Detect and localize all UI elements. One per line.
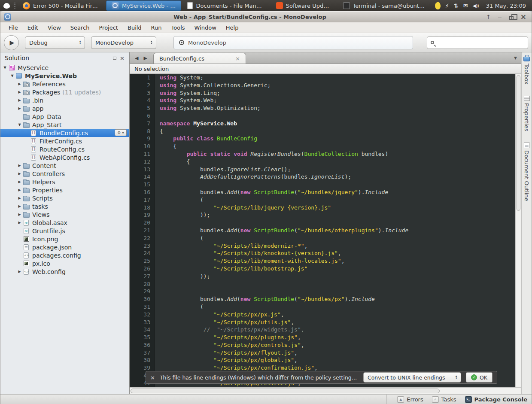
item-options-button[interactable]: ⚙ ▾ xyxy=(115,129,127,136)
menu-window[interactable]: Window xyxy=(190,23,221,32)
expander-closed[interactable]: ▶ xyxy=(17,213,22,216)
menu-tools[interactable]: Tools xyxy=(167,23,190,32)
menu-help[interactable]: Help xyxy=(221,23,243,32)
dock-item-document-outline[interactable]: Document Outline xyxy=(523,142,530,201)
volume-icon[interactable]: ◀)) xyxy=(473,3,479,9)
line-endings-action-select[interactable]: Convert to UNIX line endings ▴▾ xyxy=(363,372,461,383)
power-icon[interactable]: ⚡ xyxy=(445,3,449,9)
expander-closed[interactable]: ▶ xyxy=(17,180,22,184)
tree-item-tasks[interactable]: ▶tasks xyxy=(0,202,129,210)
tree-item-bundleconfig-cs[interactable]: BundleConfig.cs⚙ ▾ xyxy=(0,129,129,137)
tree-item-px-ico[interactable]: px.ico xyxy=(0,259,129,267)
tasks-button[interactable]: ✓ Tasks xyxy=(432,396,456,403)
tray-notifier-icon[interactable] xyxy=(434,1,441,9)
taskbar-window[interactable]: Error 500 - Mozilla Firefox xyxy=(18,0,105,11)
code-editor[interactable]: 1234567891011121314151617181920212223242… xyxy=(130,74,521,387)
maximize-button[interactable] xyxy=(509,16,514,20)
tree-item-icon-png[interactable]: Icon.png xyxy=(0,235,129,243)
tab-list-dropdown-icon[interactable]: ▼ xyxy=(510,56,521,60)
expander-open[interactable]: ▼ xyxy=(17,123,22,127)
tree-item-package-json[interactable]: package.json xyxy=(0,243,129,251)
menu-search[interactable]: Search xyxy=(66,23,94,32)
horizontal-scrollbar[interactable] xyxy=(130,387,521,394)
notification-close-icon[interactable]: × xyxy=(150,374,155,381)
vertical-scrollbar[interactable] xyxy=(515,74,521,387)
expander-closed[interactable]: ▶ xyxy=(17,172,22,176)
tree-item-app[interactable]: ▶app xyxy=(0,104,129,112)
taskbar-window[interactable]: Terminal - sama@ubuntu:... xyxy=(338,0,431,11)
tree-item-helpers[interactable]: ▶Helpers xyxy=(0,178,129,186)
line-number: 22 xyxy=(130,234,150,242)
tree-item--bin[interactable]: ▶.bin xyxy=(0,96,129,104)
menu-run[interactable]: Run xyxy=(146,23,167,32)
tree-item-webapiconfig-cs[interactable]: WebApiConfig.cs xyxy=(0,153,129,161)
tree-item-routeconfig-cs[interactable]: RouteConfig.cs xyxy=(0,145,129,153)
network-icon[interactable]: ⇅ xyxy=(454,3,459,9)
expander-open[interactable]: ▼ xyxy=(2,66,8,70)
expander-closed[interactable]: ▶ xyxy=(17,98,22,102)
expander-open[interactable]: ▼ xyxy=(9,74,15,78)
dock-item-toolbox[interactable]: Toolbox xyxy=(523,55,530,85)
expander-closed[interactable]: ▶ xyxy=(17,221,22,225)
tree-item-myservice-web[interactable]: ▼MyService.Web xyxy=(0,72,129,80)
close-button[interactable]: × xyxy=(520,13,526,21)
run-button[interactable]: ▶ xyxy=(4,35,19,50)
tree-item-gruntfile-js[interactable]: Gruntfile.js xyxy=(0,227,129,235)
tab-nav-forward-icon[interactable]: ▶ xyxy=(141,55,149,61)
horizontal-scrollbar-thumb[interactable] xyxy=(131,389,440,393)
taskbar-window[interactable]: Software Updater xyxy=(271,0,337,11)
tab-bundleconfig[interactable]: BundleConfig.cs × xyxy=(153,53,246,64)
folder-icon xyxy=(22,203,30,210)
expander-closed[interactable]: ▶ xyxy=(17,270,22,273)
vertical-scrollbar-thumb[interactable] xyxy=(517,75,520,211)
tab-close-icon[interactable]: × xyxy=(235,55,240,62)
runtime-selector[interactable]: MonoDevelop ▴▾ xyxy=(91,36,156,49)
tree-item-properties[interactable]: ▶Properties xyxy=(0,186,129,194)
errors-button[interactable]: ▲ Errors xyxy=(397,396,423,403)
folder-icon xyxy=(22,170,30,177)
shade-button[interactable]: ↑ xyxy=(486,14,491,20)
code-line xyxy=(160,280,521,288)
minimize-button[interactable]: − xyxy=(498,14,502,20)
clock[interactable]: 31 May, 23:09 xyxy=(483,3,529,9)
expander-closed[interactable]: ▶ xyxy=(17,204,22,208)
applications-menu-button[interactable] xyxy=(1,0,12,11)
expander-closed[interactable]: ▶ xyxy=(17,188,22,192)
tree-item-global-asax[interactable]: ▶Global.asax xyxy=(0,219,129,227)
tree-item-references[interactable]: ▶References xyxy=(0,80,129,88)
tree-item-app-start[interactable]: ▼App_Start xyxy=(0,121,129,129)
tree-item-packages[interactable]: ▶Packages(11 updates) xyxy=(0,88,129,96)
taskbar-window[interactable]: MyService.Web - A... xyxy=(106,0,181,11)
tree-item-filterconfig-cs[interactable]: FilterConfig.cs xyxy=(0,137,129,145)
package-console-button[interactable]: >_ Package Console xyxy=(465,396,527,403)
menu-build[interactable]: Build xyxy=(123,23,146,32)
expander-closed[interactable]: ▶ xyxy=(17,164,22,167)
configuration-selector[interactable]: Debug ▴▾ xyxy=(25,36,85,49)
taskbar-window[interactable]: Documents - File Manager xyxy=(182,0,270,11)
window-titlebar[interactable]: Web - App_Start/BundleConfig.cs - MonoDe… xyxy=(0,11,532,22)
menu-project[interactable]: Project xyxy=(94,23,122,32)
menu-view[interactable]: View xyxy=(43,23,66,32)
tab-nav-back-icon[interactable]: ◀ xyxy=(132,55,141,61)
tree-item-web-config[interactable]: ▶Web.config xyxy=(0,267,129,276)
auto-hide-button[interactable] xyxy=(113,57,116,60)
mail-icon[interactable]: ✉ xyxy=(463,3,468,9)
search-input[interactable] xyxy=(427,36,528,49)
tree-item-views[interactable]: ▶Views xyxy=(0,210,129,219)
tree-item-content[interactable]: ▶Content xyxy=(0,161,129,170)
expander-closed[interactable]: ▶ xyxy=(17,90,22,94)
tree-item-packages-config[interactable]: packages.config xyxy=(0,251,129,259)
expander-closed[interactable]: ▶ xyxy=(17,106,22,110)
tree-item-myservice[interactable]: ▼MyService xyxy=(0,64,129,72)
expander-closed[interactable]: ▶ xyxy=(17,82,22,86)
menu-edit[interactable]: Edit xyxy=(23,23,43,32)
tree-item-controllers[interactable]: ▶Controllers xyxy=(0,170,129,178)
tree-item-app-data[interactable]: App_Data xyxy=(0,112,129,121)
close-pad-button[interactable]: × xyxy=(120,55,125,61)
menu-file[interactable]: File xyxy=(4,23,23,32)
tree-item-scripts[interactable]: ▶Scripts xyxy=(0,194,129,202)
expander-closed[interactable]: ▶ xyxy=(17,196,22,200)
ok-button[interactable]: ✓ OK xyxy=(466,372,492,383)
dock-item-properties[interactable]: Properties xyxy=(523,96,530,131)
pad-title: Solution xyxy=(5,55,29,61)
